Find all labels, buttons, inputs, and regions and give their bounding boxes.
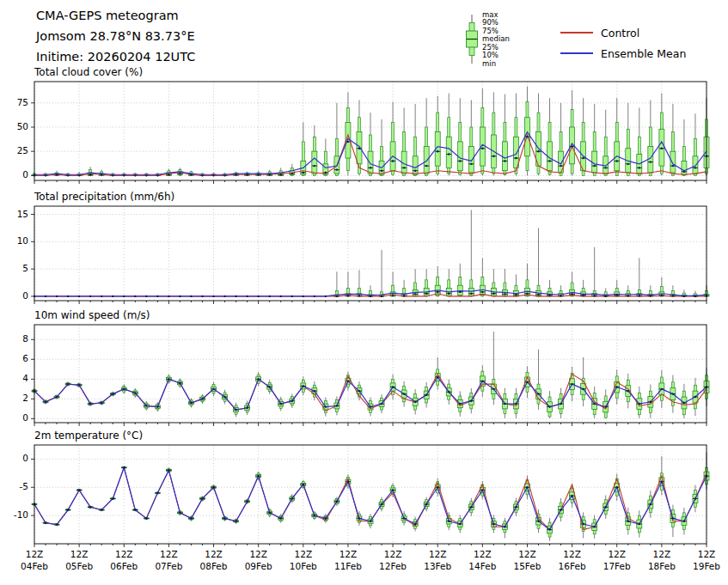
x-tick-date-label: 17Feb [603, 561, 631, 571]
x-tick-date-label: 16Feb [559, 561, 586, 571]
x-tick-hour-label: 12Z [340, 549, 358, 559]
x-tick-date-label: 06Feb [110, 561, 138, 571]
x-tick-date-label: 09Feb [245, 561, 272, 571]
x-tick-date-label: 19Feb [693, 561, 720, 571]
y-tick-label: 25 [17, 145, 28, 155]
box-legend-label: max [482, 10, 499, 19]
cloud-cover-panel: 0255075 [17, 82, 709, 184]
x-tick-hour-label: 12Z [563, 549, 581, 559]
x-tick-date-label: 10Feb [290, 561, 317, 571]
box-legend-label: 75% [482, 27, 499, 35]
y-tick-label: 10 [17, 235, 28, 246]
x-tick-hour-label: 12Z [26, 549, 44, 559]
y-tick-label: -5 [20, 481, 28, 491]
x-tick-hour-label: 12Z [160, 549, 178, 559]
y-tick-label: 15 [17, 209, 28, 219]
x-tick-hour-label: 12Z [205, 549, 223, 559]
y-tick-label: 0 [22, 169, 28, 180]
x-tick-date-label: 04Feb [21, 561, 48, 571]
x-tick-date-label: 13Feb [424, 561, 451, 571]
x-tick-date-label: 15Feb [513, 561, 541, 571]
x-tick-hour-label: 12Z [653, 549, 671, 559]
x-tick-hour-label: 12Z [384, 549, 402, 559]
x-tick-date-label: 18Feb [648, 561, 676, 571]
y-tick-label: 0 [22, 412, 28, 423]
y-tick-label: 0 [22, 453, 28, 463]
y-tick-label: 0 [22, 290, 28, 301]
x-tick-hour-label: 12Z [474, 549, 492, 559]
y-tick-label: 8 [22, 333, 28, 344]
precipitation-panel: 051015 [17, 206, 709, 304]
meteogram-plot: 0255075051015024680-5-1012Z04Feb12Z05Feb… [0, 0, 728, 585]
box-legend-label: 10% [482, 51, 499, 59]
y-tick-label: 6 [22, 353, 28, 363]
x-tick-hour-label: 12Z [249, 549, 267, 559]
y-tick-label: 5 [22, 263, 28, 273]
box-legend-label: 90% [482, 18, 499, 27]
box-legend-label: 25% [482, 43, 499, 52]
wind-speed-panel: 02468 [22, 325, 709, 426]
temperature-panel: 0-5-1012Z04Feb12Z05Feb12Z06Feb12Z07Feb12… [14, 445, 720, 571]
x-tick-hour-label: 12Z [608, 549, 626, 559]
x-tick-date-label: 08Feb [200, 561, 228, 571]
x-tick-hour-label: 12Z [70, 549, 89, 559]
y-tick-label: 50 [17, 121, 28, 131]
box-legend: max90%75%median25%10%min [467, 10, 510, 68]
y-tick-label: 75 [17, 97, 28, 107]
x-tick-hour-label: 12Z [429, 549, 447, 559]
x-tick-date-label: 14Feb [468, 561, 496, 571]
x-tick-hour-label: 12Z [518, 549, 536, 559]
y-tick-label: 2 [22, 393, 28, 403]
x-tick-hour-label: 12Z [295, 549, 313, 559]
x-tick-date-label: 12Feb [379, 561, 407, 571]
y-tick-label: 4 [22, 373, 28, 383]
x-tick-hour-label: 12Z [115, 549, 133, 559]
box-legend-label: median [482, 34, 510, 43]
box-legend-label: min [482, 59, 496, 68]
x-tick-hour-label: 12Z [698, 549, 716, 559]
x-tick-date-label: 05Feb [65, 561, 93, 571]
x-tick-date-label: 11Feb [334, 561, 362, 571]
x-tick-date-label: 07Feb [155, 561, 182, 571]
y-tick-label: -10 [14, 509, 28, 520]
